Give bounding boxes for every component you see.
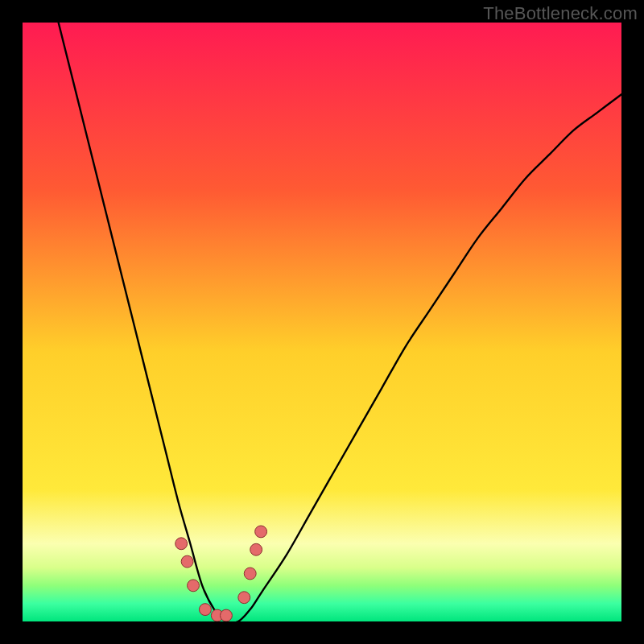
watermark-text: TheBottleneck.com: [483, 3, 638, 24]
data-dot: [250, 543, 262, 555]
data-dot: [238, 592, 250, 604]
data-dot: [221, 609, 233, 621]
data-dot: [188, 580, 200, 592]
gradient-bg: [23, 23, 621, 621]
bottleneck-chart: [23, 23, 621, 621]
plot-area: [23, 23, 621, 621]
data-dot: [181, 555, 193, 568]
data-dot: [244, 568, 256, 580]
data-dot: [175, 538, 188, 550]
data-dot: [255, 526, 267, 538]
chart-frame: TheBottleneck.com: [0, 0, 644, 644]
data-dot: [199, 604, 211, 616]
